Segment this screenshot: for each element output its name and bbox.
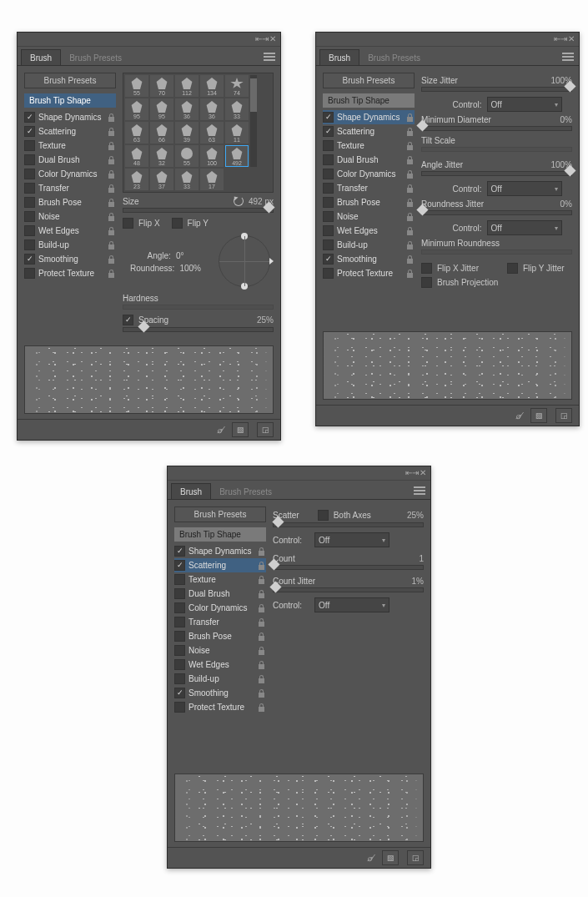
option-checkbox[interactable] bbox=[174, 574, 185, 585]
tab-brush[interactable]: Brush bbox=[171, 483, 211, 499]
roundness-value[interactable]: 100 bbox=[179, 264, 201, 273]
option-checkbox[interactable] bbox=[24, 183, 35, 194]
scatter-value[interactable]: 25 bbox=[399, 511, 424, 520]
option-checkbox[interactable] bbox=[24, 154, 35, 165]
sidebar-item-transfer[interactable]: Transfer bbox=[323, 181, 415, 195]
sidebar-item-brush-pose[interactable]: Brush Pose bbox=[323, 195, 415, 209]
sidebar-item-dual-brush[interactable]: Dual Brush bbox=[323, 153, 415, 167]
option-checkbox[interactable] bbox=[323, 126, 334, 137]
lock-icon[interactable] bbox=[257, 674, 266, 684]
flip-x-checkbox[interactable] bbox=[123, 218, 133, 229]
option-checkbox[interactable] bbox=[323, 254, 334, 265]
sidebar-item-smoothing[interactable]: Smoothing bbox=[323, 252, 415, 266]
snapshot-brush-icon[interactable]: ◲ bbox=[555, 408, 572, 423]
brush-thumbnail[interactable]: 33 bbox=[225, 98, 249, 120]
option-checkbox[interactable] bbox=[174, 631, 185, 642]
option-checkbox[interactable] bbox=[323, 154, 334, 165]
brush-thumbnail[interactable]: 39 bbox=[175, 122, 199, 144]
min-diameter-slider[interactable] bbox=[421, 126, 572, 131]
option-checkbox[interactable] bbox=[24, 140, 35, 151]
option-checkbox[interactable] bbox=[323, 225, 334, 236]
brush-thumbnail[interactable]: 36 bbox=[175, 98, 199, 120]
spacing-checkbox[interactable] bbox=[123, 315, 133, 325]
size-slider[interactable] bbox=[123, 208, 274, 213]
new-brush-icon[interactable]: ▧ bbox=[382, 850, 399, 865]
panel-menu-icon[interactable] bbox=[562, 50, 574, 60]
count-value[interactable]: 1 bbox=[399, 554, 424, 563]
lock-icon[interactable] bbox=[257, 688, 266, 698]
option-checkbox[interactable] bbox=[24, 126, 35, 137]
lock-icon[interactable] bbox=[405, 226, 415, 236]
panel-menu-icon[interactable] bbox=[264, 50, 275, 60]
option-checkbox[interactable] bbox=[323, 268, 334, 279]
count-slider[interactable] bbox=[273, 565, 424, 570]
option-checkbox[interactable] bbox=[24, 169, 35, 179]
sidebar-item-shape-dynamics[interactable]: Shape Dynamics bbox=[323, 110, 415, 124]
size-jitter-control-dropdown[interactable]: Off▾ bbox=[487, 97, 562, 112]
option-checkbox[interactable] bbox=[174, 702, 185, 713]
lock-icon[interactable] bbox=[405, 254, 415, 265]
angle-direction-widget[interactable] bbox=[219, 235, 270, 287]
sidebar-item-smoothing[interactable]: Smoothing bbox=[24, 252, 116, 266]
lock-icon[interactable] bbox=[257, 660, 266, 670]
option-checkbox[interactable] bbox=[323, 239, 334, 250]
lock-icon[interactable] bbox=[257, 547, 266, 557]
tab-brush-presets[interactable]: Brush Presets bbox=[211, 484, 280, 499]
sidebar-item-shape-dynamics[interactable]: Shape Dynamics bbox=[24, 110, 116, 124]
lock-icon[interactable] bbox=[405, 113, 415, 123]
sidebar-item-texture[interactable]: Texture bbox=[24, 139, 116, 153]
brush-thumbnail[interactable]: 55 bbox=[175, 145, 199, 167]
toggle-preview-icon[interactable]: ⌀⁄ bbox=[217, 426, 224, 435]
lock-icon[interactable] bbox=[405, 212, 415, 222]
brush-thumbnail[interactable]: 36 bbox=[200, 98, 224, 120]
brush-thumbnail[interactable]: 100 bbox=[200, 145, 224, 167]
sidebar-item-protect-texture[interactable]: Protect Texture bbox=[323, 266, 415, 280]
lock-icon[interactable] bbox=[107, 269, 116, 279]
lock-icon[interactable] bbox=[107, 184, 116, 194]
tab-brush[interactable]: Brush bbox=[21, 49, 61, 65]
brush-thumbnail[interactable]: 48 bbox=[125, 145, 148, 167]
brush-thumbnail[interactable]: 33 bbox=[175, 169, 199, 190]
lock-icon[interactable] bbox=[107, 113, 116, 123]
sidebar-item-noise[interactable]: Noise bbox=[174, 643, 266, 658]
brush-thumbnail[interactable]: 66 bbox=[150, 122, 173, 144]
option-checkbox[interactable] bbox=[323, 211, 334, 222]
lock-icon[interactable] bbox=[107, 155, 116, 165]
sidebar-item-dual-brush[interactable]: Dual Brush bbox=[24, 153, 116, 167]
collapse-icon[interactable]: ⇤⇥ bbox=[255, 35, 264, 43]
sidebar-item-noise[interactable]: Noise bbox=[323, 209, 415, 224]
sidebar-item-dual-brush[interactable]: Dual Brush bbox=[174, 587, 266, 601]
option-checkbox[interactable] bbox=[174, 588, 185, 599]
brush-thumbnail[interactable]: 55 bbox=[125, 75, 148, 97]
roundness-jitter-control-dropdown[interactable]: Off▾ bbox=[487, 220, 562, 235]
sidebar-item-texture[interactable]: Texture bbox=[174, 572, 266, 587]
option-checkbox[interactable] bbox=[174, 673, 185, 684]
option-checkbox[interactable] bbox=[24, 239, 35, 250]
toggle-preview-icon[interactable]: ⌀⁄ bbox=[367, 854, 374, 863]
option-checkbox[interactable] bbox=[323, 169, 334, 179]
new-brush-icon[interactable]: ▧ bbox=[530, 408, 547, 423]
lock-icon[interactable] bbox=[405, 127, 415, 137]
brush-grid-scrollbar[interactable] bbox=[250, 75, 257, 167]
sidebar-item-transfer[interactable]: Transfer bbox=[24, 181, 116, 195]
new-brush-icon[interactable]: ▧ bbox=[232, 422, 249, 437]
lock-icon[interactable] bbox=[405, 184, 415, 194]
sidebar-item-scattering[interactable]: Scattering bbox=[24, 124, 116, 139]
brush-thumbnail[interactable]: 95 bbox=[150, 98, 173, 120]
count-jitter-value[interactable]: 1 bbox=[399, 577, 424, 586]
option-checkbox[interactable] bbox=[323, 112, 334, 123]
option-checkbox[interactable] bbox=[174, 688, 185, 698]
lock-icon[interactable] bbox=[107, 127, 116, 137]
min-diameter-value[interactable]: 0 bbox=[547, 115, 572, 124]
size-jitter-slider[interactable] bbox=[421, 87, 572, 92]
lock-icon[interactable] bbox=[257, 561, 266, 571]
lock-icon[interactable] bbox=[405, 269, 415, 279]
spacing-slider[interactable] bbox=[123, 327, 274, 332]
lock-icon[interactable] bbox=[257, 575, 266, 585]
angle-jitter-slider[interactable] bbox=[421, 171, 572, 176]
lock-icon[interactable] bbox=[257, 603, 266, 613]
lock-icon[interactable] bbox=[107, 141, 116, 151]
toggle-preview-icon[interactable]: ⌀⁄ bbox=[515, 411, 522, 421]
roundness-jitter-slider[interactable] bbox=[421, 210, 572, 215]
sidebar-item-scattering[interactable]: Scattering bbox=[323, 124, 415, 139]
